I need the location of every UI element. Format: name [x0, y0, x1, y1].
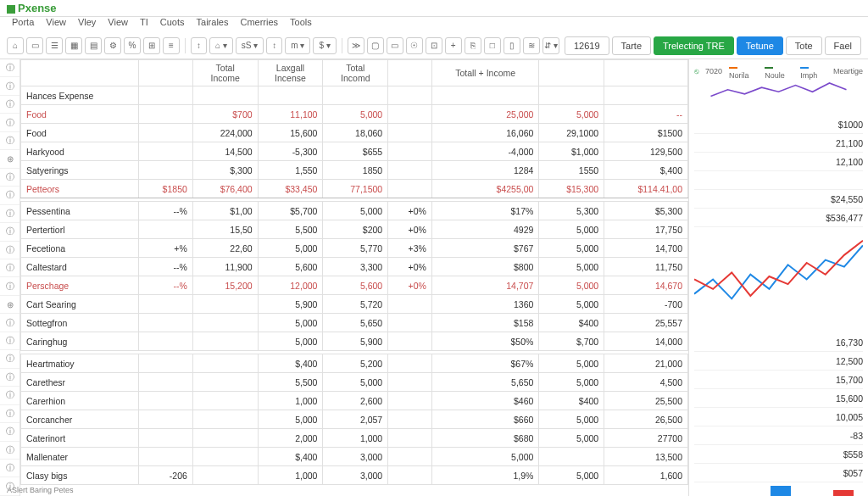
toolbar-button[interactable]: ≡	[163, 37, 180, 54]
cell[interactable]: +0%	[388, 258, 432, 276]
cell[interactable]: -4,000	[431, 142, 538, 161]
toolbar-button[interactable]: ≫	[348, 37, 364, 54]
cell[interactable]: 25,557	[604, 314, 688, 332]
row-label[interactable]: Caringhug	[21, 332, 139, 351]
cell[interactable]: 18,060	[323, 124, 388, 142]
cell[interactable]: --%	[139, 258, 193, 276]
cell[interactable]: $200	[323, 220, 388, 239]
toolbar-button[interactable]: ▭	[26, 37, 43, 54]
row-label[interactable]: Caltestard	[21, 258, 139, 276]
cell[interactable]: $67%	[431, 354, 538, 373]
cell[interactable]: 5,500	[258, 373, 323, 392]
row-label[interactable]: Heartmatioy	[21, 354, 139, 373]
scope-pill[interactable]: Trelecting TRE	[654, 36, 734, 55]
cell[interactable]	[139, 220, 193, 239]
cell[interactable]: $680	[431, 429, 538, 448]
toolbar-button[interactable]: ☰	[46, 37, 63, 54]
cell[interactable]: 11,100	[258, 105, 323, 124]
cell[interactable]: 3,000	[323, 466, 388, 485]
cell[interactable]: 1,600	[604, 466, 688, 485]
cell[interactable]: 5,000	[539, 258, 604, 276]
cell[interactable]	[388, 373, 432, 392]
cell[interactable]	[388, 105, 432, 124]
cell[interactable]: 5,770	[323, 239, 388, 258]
data-table[interactable]: TotalIncomeLaxgallIncenseTotalIncomdTota…	[20, 59, 688, 485]
cell[interactable]: 5,000	[539, 410, 604, 429]
cell[interactable]: 5,000	[258, 239, 323, 258]
cell[interactable]: 5,650	[431, 373, 538, 392]
cell[interactable]: 5,000	[539, 354, 604, 373]
cell[interactable]: $17%	[431, 202, 538, 220]
cell[interactable]	[388, 161, 432, 180]
cell[interactable]: 5,000	[539, 276, 604, 295]
cell[interactable]	[323, 86, 388, 105]
cell[interactable]: $767	[431, 239, 538, 258]
toolbar-button[interactable]: ▦	[65, 37, 82, 54]
cell[interactable]: 1850	[323, 161, 388, 180]
cell[interactable]: $1,00	[192, 202, 258, 220]
toolbar-button[interactable]: ⊞	[143, 37, 160, 54]
cell[interactable]: 14,707	[431, 276, 538, 295]
cell[interactable]: $400	[539, 314, 604, 332]
cell[interactable]: $400	[539, 392, 604, 410]
cell[interactable]: 5,200	[323, 354, 388, 373]
cell[interactable]	[388, 332, 432, 351]
toolbar-button[interactable]: ▯	[504, 37, 520, 54]
cell[interactable]	[388, 295, 432, 314]
cell[interactable]: $1,000	[539, 142, 604, 161]
cell[interactable]: 2,600	[323, 392, 388, 410]
cell[interactable]: 5,500	[258, 220, 323, 239]
cell[interactable]: -5,300	[258, 142, 323, 161]
cell[interactable]: 14,500	[192, 142, 258, 161]
cell[interactable]: 5,000	[539, 295, 604, 314]
cell[interactable]: 17,750	[604, 220, 688, 239]
cell[interactable]	[388, 142, 432, 161]
cell[interactable]: 5,000	[323, 373, 388, 392]
row-label[interactable]: Sottegfron	[21, 314, 139, 332]
cell[interactable]	[139, 354, 193, 373]
row-label[interactable]: Perschage	[21, 276, 139, 295]
cell[interactable]: 1,000	[323, 429, 388, 448]
cell[interactable]: -700	[604, 295, 688, 314]
row-label[interactable]: Caterinort	[21, 429, 139, 448]
cell[interactable]	[388, 392, 432, 410]
toolbar-combo[interactable]: ⌂ ▾	[209, 37, 233, 54]
cell[interactable]: 5,000	[539, 373, 604, 392]
cell[interactable]: $,400	[604, 161, 688, 180]
cell[interactable]: 224,000	[192, 124, 258, 142]
cell[interactable]: 15,50	[192, 220, 258, 239]
cell[interactable]	[139, 142, 193, 161]
menu-item[interactable]: Tools	[290, 17, 312, 32]
toolbar-button[interactable]: □	[484, 37, 501, 54]
menu-item[interactable]: Porta	[12, 17, 34, 32]
cell[interactable]: +0%	[388, 202, 432, 220]
cell[interactable]: 1,9%	[431, 466, 538, 485]
cell[interactable]	[604, 86, 688, 105]
cell[interactable]: 15,600	[258, 124, 323, 142]
row-label[interactable]: Mallenater	[21, 448, 139, 466]
cell[interactable]: 77,1500	[323, 180, 388, 198]
cell[interactable]: 129,500	[604, 142, 688, 161]
cell[interactable]: 1284	[431, 161, 538, 180]
menu-item[interactable]: Tairales	[197, 17, 229, 32]
row-label[interactable]: Clasy bigs	[21, 466, 139, 485]
cell[interactable]: 5,000	[323, 202, 388, 220]
cell[interactable]	[139, 332, 193, 351]
row-label[interactable]: Food	[21, 105, 139, 124]
cell[interactable]: $50%	[431, 332, 538, 351]
cell[interactable]: 16,060	[431, 124, 538, 142]
cell[interactable]	[192, 295, 258, 314]
cell[interactable]: $,700	[539, 332, 604, 351]
toolbar-button[interactable]: ▭	[387, 37, 403, 54]
cell[interactable]	[139, 105, 193, 124]
toolbar-button[interactable]: ⊡	[426, 37, 442, 54]
cell[interactable]: 29,1000	[539, 124, 604, 142]
cell[interactable]: $114.41,00	[604, 180, 688, 198]
cell[interactable]	[192, 354, 258, 373]
cell[interactable]: 21,000	[604, 354, 688, 373]
cell[interactable]	[388, 180, 432, 198]
cell[interactable]: 25,000	[431, 105, 538, 124]
cell[interactable]: +%	[139, 239, 193, 258]
cell[interactable]: 15,200	[192, 276, 258, 295]
menu-item[interactable]: Cmerries	[240, 17, 278, 32]
